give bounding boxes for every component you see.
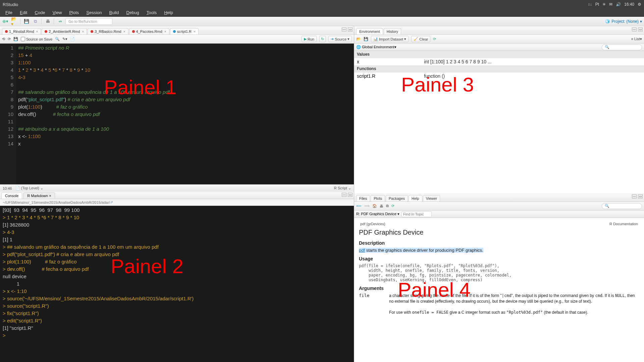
source-pane: 1_Rinstall.Rmd × 2_AmbienteR.Rmd × 3_RBa… [0,26,354,192]
env-search-input[interactable]: 🔍 [602,44,642,50]
import-dataset-button[interactable]: 📊 Import Dataset▾ [371,36,409,42]
menu-code[interactable]: Code [31,9,48,16]
new-file-button[interactable]: ⊕▾ [2,18,9,25]
forward-button[interactable]: ⟳ [8,37,11,41]
tab-files[interactable]: Files [356,195,370,201]
help-topic[interactable]: R: PDF Graphics Device ▾ [356,212,399,216]
help-pane: FilesPlotsPackagesHelpViewer — ▭ ⟸ ⟹ 🏠 🖶… [354,193,644,362]
source-button[interactable]: ➜Source ▾ [328,36,352,42]
source-on-save-checkbox[interactable]: Source on Save [21,37,52,41]
code-editor[interactable]: 1234567891011121314 ## Primeiro script n… [0,44,354,184]
load-workspace-button[interactable]: 📂 [356,37,361,41]
menu-help[interactable]: Help [161,9,176,16]
find-button[interactable]: 🔍 [55,37,60,41]
source-tab[interactable]: 1_Rinstall.Rmd × [2,28,41,35]
console-tabs: Console R Markdown × — ▭ [0,192,354,199]
run-button[interactable]: ▶Run [302,36,317,42]
tab-packages[interactable]: Packages [386,195,408,201]
tab-viewer[interactable]: Viewer [423,195,440,201]
menu-build[interactable]: Build [106,9,122,16]
help-toolbar: ⟸ ⟹ 🏠 🖶 ⧉ ⟳ 🔍 [354,202,644,210]
pane-minimize-button[interactable]: — [342,193,346,197]
source-tab[interactable]: script1.R × [170,28,199,35]
tray-volume-icon[interactable]: 🔊 [616,2,621,7]
pane-minimize-button[interactable]: — [342,27,346,32]
tray-bluetooth-icon[interactable]: ✳ [602,2,606,7]
find-in-topic-input[interactable] [401,211,432,217]
scope-indicator[interactable]: 📄 (Top Level) ⌄ [15,186,44,190]
env-tabs: Environment History — ▭ [354,26,644,35]
env-toolbar: 📂 💾 📊 Import Dataset▾ 🧹 Clear ⟳ ≡ List▾ [354,35,644,44]
help-back-button[interactable]: ⟸ [356,204,362,208]
save-workspace-button[interactable]: 💾 [364,37,368,41]
save-all-button[interactable]: ⧉ [32,18,39,25]
pane-minimize-button[interactable]: — [632,194,637,198]
help-home-button[interactable]: 🏠 [372,204,377,208]
help-pdf-link[interactable]: pdf [359,248,365,253]
pane-maximize-button[interactable]: ▭ [348,27,353,32]
help-popout-button[interactable]: ⧉ [386,204,389,208]
env-section-header: Functions [354,65,644,72]
pane-maximize-button[interactable]: ▭ [638,27,643,32]
help-refresh-button[interactable]: ⟳ [391,204,394,208]
tab-console[interactable]: Console [1,192,22,199]
pane-maximize-button[interactable]: ▭ [638,194,643,198]
tray-lang-icon[interactable]: Pt [595,2,599,7]
source-tab[interactable]: 4_Pacotes.Rmd × [129,28,169,35]
env-scope-bar: 🌐 Global Environment▾ 🔍 [354,44,644,51]
env-section-header: Values [354,51,644,58]
tab-environment[interactable]: Environment [356,28,383,35]
help-search-input[interactable]: 🔍 [602,203,642,209]
language-mode[interactable]: R Script ⌄ [334,186,351,190]
back-button[interactable]: ⟲ [2,37,5,41]
save-button[interactable]: 💾 [23,18,30,25]
menu-debug[interactable]: Debug [123,9,143,16]
menu-bar: FileEditCodeViewPlotsSessionBuildDebugTo… [0,9,644,17]
tray-gear-icon[interactable]: ⚙ [638,2,641,7]
pane-minimize-button[interactable]: — [632,27,637,32]
cursor-position: 10:46 [3,186,12,190]
view-mode-button[interactable]: ≡ List▾ [631,37,642,41]
help-forward-button[interactable]: ⟹ [364,204,370,208]
tab-plots[interactable]: Plots [371,195,385,201]
env-row[interactable]: script1.Rfunction () [354,72,644,80]
console-output[interactable]: [93] 93 94 95 96 97 98 99 100 > 1 * 2 * … [0,206,354,362]
print-button[interactable]: 🖶 [44,18,51,25]
menu-plots[interactable]: Plots [66,9,82,16]
help-content[interactable]: pdf {grDevices} R Documentation PDF Grap… [354,218,644,362]
tab-rmarkdown[interactable]: R Markdown × [23,192,55,199]
menu-file[interactable]: File [2,9,16,16]
report-button[interactable]: 📄 [70,37,75,41]
help-breadcrumb-bar: R: PDF Graphics Device ▾ [354,210,644,218]
open-file-button[interactable]: 📂▾ [11,18,17,25]
environment-pane: Environment History — ▭ 📂 💾 📊 Import Dat… [354,26,644,193]
tray-network-icon[interactable]: ↕↓ [588,2,592,7]
menu-edit[interactable]: Edit [16,9,31,16]
source-statusbar: 10:46 📄 (Top Level) ⌄ R Script ⌄ [0,184,354,192]
tab-help[interactable]: Help [409,195,422,201]
tray-mail-icon[interactable]: ✉ [609,2,612,7]
goto-file-input[interactable]: Go to file/function [65,18,112,25]
save-button[interactable]: 💾 [13,37,18,41]
help-usage-heading: Usage [359,256,639,261]
tab-history[interactable]: History [384,28,401,35]
source-tab[interactable]: 3_RBasico.Rmd × [88,28,128,35]
env-row[interactable]: xint [1:100] 1 2 3 4 5 6 7 8 9 10 ... [354,58,644,65]
rerun-button[interactable]: ↻ [319,36,326,42]
source-tab[interactable]: 2_AmbienteR.Rmd × [42,28,87,35]
tray-clock[interactable]: 16:40 [624,2,634,7]
wand-button[interactable]: ✎▾ [62,37,67,41]
goto-button[interactable]: ↛ [57,18,63,25]
clear-button[interactable]: 🧹 Clear [411,36,430,42]
menu-tools[interactable]: Tools [143,9,160,16]
menu-view[interactable]: View [49,9,65,16]
menu-session[interactable]: Session [83,9,105,16]
env-scope-selector[interactable]: 🌐 Global Environment▾ [356,45,396,49]
help-print-button[interactable]: 🖶 [380,204,383,208]
pane-maximize-button[interactable]: ▭ [348,193,353,197]
refresh-button[interactable]: ⟳ [433,37,436,41]
help-args-heading: Arguments [359,286,639,291]
console-pane: Console R Markdown × — ▭ ~/UFSM/ensino/_… [0,192,354,362]
project-menu[interactable]: 🧊 Project: (None) ▾ [605,19,642,24]
help-title: PDF Graphics Device [359,229,639,236]
